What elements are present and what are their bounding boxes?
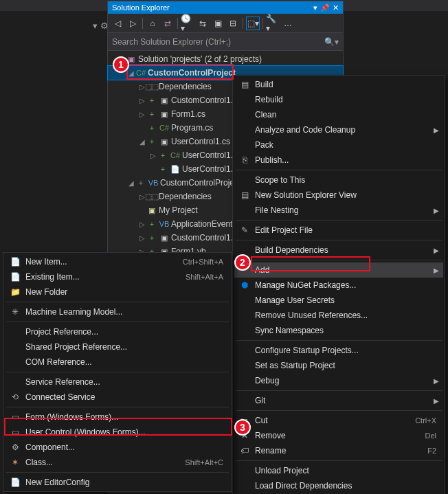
menu-syncns[interactable]: Sync Namespaces (234, 323, 443, 338)
ml-icon: ✳ (9, 307, 21, 317)
menu-clean[interactable]: Clean (234, 107, 443, 122)
menu-setstartup[interactable]: Set as Startup Project (234, 358, 443, 373)
menu-build[interactable]: ▤Build (234, 77, 443, 92)
existingitem-icon: 📄 (9, 272, 21, 282)
submenu-arrow-icon: ▶ (434, 377, 439, 385)
editorconfig-icon: 📄 (9, 478, 21, 487)
menu-newview[interactable]: ▤New Solution Explorer View (234, 188, 443, 203)
menu-debug[interactable]: Debug▶ (234, 373, 443, 388)
component-icon: ⚙ (9, 442, 21, 452)
edit-icon: ✎ (238, 225, 251, 235)
menu-publish[interactable]: ⎘Publish... (234, 153, 443, 168)
search-placeholder: Search Solution Explorer (Ctrl+;) (112, 37, 324, 47)
panel-toolbar: ◁ ▷ ⌂ ⇄ 🕓▾ ⇆ ▣ ⊟ ⬚▾ 🔧▾ … (108, 14, 343, 33)
context-menu-project: ▤Build Rebuild Clean Analyze and Code Cl… (232, 75, 445, 494)
menu-loaddirect[interactable]: Load Direct Dependencies (234, 478, 443, 493)
nesting-icon[interactable]: ⬚▾ (246, 16, 260, 30)
collapse-all-icon[interactable]: ⊟ (226, 16, 240, 30)
callout-1-box (126, 64, 234, 80)
menu-secrets[interactable]: Manage User Secrets (234, 293, 443, 308)
panel-title: Solution Explorer (112, 1, 313, 14)
callout-3-box (4, 418, 232, 436)
menu-newitem[interactable]: 📄New Item...Ctrl+Shift+A (5, 254, 230, 269)
callout-1: 1 (113, 56, 129, 73)
newitem-icon: 📄 (9, 257, 21, 267)
dropdown-icon[interactable]: ▾ (313, 1, 317, 14)
submenu-arrow-icon: ▶ (434, 126, 439, 134)
sync-icon[interactable]: ⇆ (196, 16, 210, 30)
menu-configstartup[interactable]: Configure Startup Projects... (234, 343, 443, 358)
connected-icon: ⟲ (9, 392, 21, 402)
submenu-arrow-icon: ▶ (434, 267, 439, 274)
pending-icon[interactable]: 🕓▾ (181, 16, 194, 30)
show-all-icon[interactable]: ▣ (211, 16, 225, 30)
menu-connectedservice[interactable]: ⟲Connected Service (5, 390, 230, 405)
callout-2: 2 (234, 254, 251, 271)
context-menu-add: 📄New Item...Ctrl+Shift+A 📄Existing Item.… (3, 252, 232, 492)
callout-3: 3 (234, 419, 251, 436)
menu-cut[interactable]: ✂CutCtrl+X (234, 413, 443, 428)
menu-filenesting[interactable]: File Nesting▶ (234, 203, 443, 218)
menu-builddeps[interactable]: Build Dependencies▶ (234, 243, 443, 258)
class-icon: ✶ (9, 458, 21, 467)
menu-remove[interactable]: ✕RemoveDel (234, 428, 443, 443)
menu-nuget[interactable]: ⬢Manage NuGet Packages... (234, 278, 443, 293)
menu-unload[interactable]: Unload Project (234, 463, 443, 478)
menu-editproject[interactable]: ✎Edit Project File (234, 223, 443, 238)
menu-git[interactable]: Git▶ (234, 393, 443, 408)
forward-icon[interactable]: ▷ (126, 16, 139, 30)
submenu-arrow-icon: ▶ (434, 397, 439, 405)
callout-2-box (251, 256, 370, 271)
submenu-arrow-icon: ▶ (434, 207, 439, 214)
back-icon[interactable]: ◁ (111, 16, 124, 30)
search-icon[interactable]: 🔍▾ (324, 37, 339, 47)
home-icon[interactable]: ⌂ (146, 16, 159, 30)
properties-icon[interactable]: 🔧▾ (266, 16, 280, 30)
switch-views-icon[interactable]: ⇄ (161, 16, 175, 30)
build-icon: ▤ (238, 80, 251, 89)
menu-component[interactable]: ⚙Component... (5, 440, 230, 455)
pin-icon[interactable]: 📌 (320, 1, 330, 14)
folder-icon: 📁 (9, 287, 21, 297)
nuget-icon: ⬢ (238, 280, 251, 290)
menu-class[interactable]: ✶Class...Shift+Alt+C (5, 455, 230, 470)
preview-icon[interactable]: … (281, 16, 295, 30)
menu-editorconfig[interactable]: 📄New EditorConfig (5, 475, 230, 490)
gear-icon[interactable]: ▾ ⚙ (93, 21, 109, 31)
menu-serviceref[interactable]: Service Reference... (5, 374, 230, 390)
menu-analyze[interactable]: Analyze and Code Cleanup▶ (234, 122, 443, 137)
menu-existingitem[interactable]: 📄Existing Item...Shift+Alt+A (5, 269, 230, 284)
close-icon[interactable]: ✕ (333, 1, 339, 14)
newview-icon: ▤ (238, 190, 251, 200)
search-box[interactable]: Search Solution Explorer (Ctrl+;) 🔍▾ (108, 33, 343, 51)
menu-pack[interactable]: Pack (234, 137, 443, 153)
submenu-arrow-icon: ▶ (434, 247, 439, 254)
menu-sharedref[interactable]: Shared Project Reference... (5, 339, 230, 355)
menu-projectref[interactable]: Project Reference... (5, 324, 230, 339)
menu-rename[interactable]: 🏷RenameF2 (234, 443, 443, 458)
menu-comref[interactable]: COM Reference... (5, 355, 230, 370)
menu-mlmodel[interactable]: ✳Machine Learning Model... (5, 304, 230, 319)
menu-rebuild[interactable]: Rebuild (234, 92, 443, 107)
publish-icon: ⎘ (238, 155, 251, 165)
rename-icon: 🏷 (238, 446, 251, 456)
menu-removeunused[interactable]: Remove Unused References... (234, 308, 443, 323)
menu-newfolder[interactable]: 📁New Folder (5, 284, 230, 300)
menu-scope[interactable]: Scope to This (234, 172, 443, 188)
panel-title-bar: Solution Explorer ▾ 📌 ✕ (108, 1, 343, 14)
